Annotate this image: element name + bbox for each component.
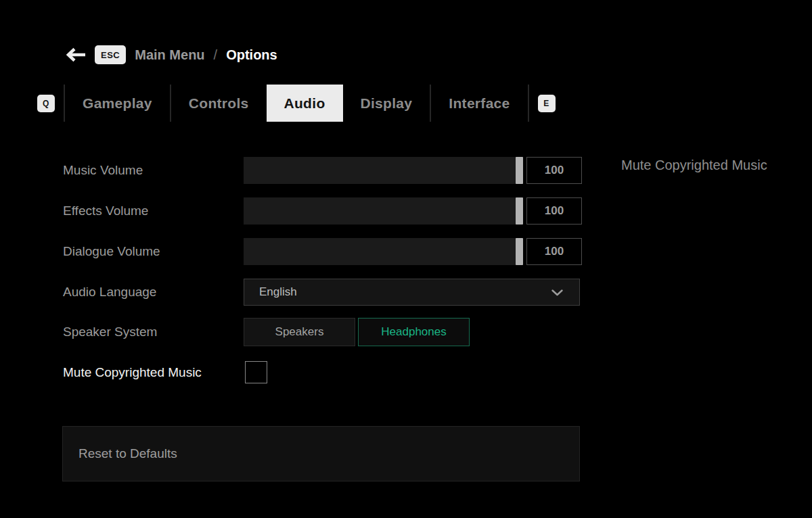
setting-label: Audio Language [63, 285, 244, 300]
tab-gameplay[interactable]: Gameplay [65, 85, 170, 122]
setting-row-dialogue-volume: Dialogue Volume 100 [63, 238, 582, 265]
music-volume-value: 100 [526, 157, 582, 184]
effects-volume-value: 100 [526, 197, 582, 225]
reset-to-defaults-button[interactable]: Reset to Defaults [62, 426, 580, 481]
dialogue-volume-value: 100 [526, 238, 582, 265]
slider-handle[interactable] [516, 157, 523, 184]
tab-display[interactable]: Display [343, 85, 430, 122]
setting-label: Music Volume [63, 163, 244, 178]
tab-controls[interactable]: Controls [171, 85, 267, 122]
arrow-left-icon [64, 47, 86, 62]
setting-row-music-volume: Music Volume 100 [63, 157, 582, 184]
setting-row-audio-language: Audio Language English [63, 279, 580, 306]
next-tab-key-badge[interactable]: E [538, 95, 556, 112]
breadcrumb-main-menu[interactable]: Main Menu [135, 47, 204, 63]
tab-divider [528, 85, 529, 122]
mute-copyrighted-music-checkbox[interactable] [245, 361, 267, 383]
speaker-system-toggle: Speakers Headphones [244, 318, 470, 346]
audio-language-select[interactable]: English [244, 279, 580, 306]
setting-row-mute-copyrighted-music: Mute Copyrighted Music [63, 361, 267, 383]
speakers-option-button[interactable]: Speakers [244, 318, 355, 346]
setting-label: Effects Volume [63, 204, 244, 218]
tab-interface[interactable]: Interface [431, 85, 527, 122]
setting-row-speaker-system: Speaker System Speakers Headphones [63, 318, 470, 346]
esc-key-badge[interactable]: ESC [95, 45, 126, 64]
slider-handle[interactable] [516, 197, 523, 225]
music-volume-slider[interactable] [244, 157, 523, 184]
audio-language-value: English [259, 285, 297, 299]
slider-handle[interactable] [516, 238, 523, 265]
dialogue-volume-slider[interactable] [244, 238, 523, 265]
tab-audio[interactable]: Audio [267, 85, 343, 122]
reset-to-defaults-label: Reset to Defaults [78, 446, 177, 461]
breadcrumb-separator: / [214, 47, 218, 63]
breadcrumb: ESC Main Menu / Options [64, 42, 277, 68]
prev-tab-key-badge[interactable]: Q [37, 95, 55, 112]
setting-row-effects-volume: Effects Volume 100 [63, 197, 582, 225]
options-tab-bar: Q Gameplay Controls Audio Display Interf… [37, 85, 556, 122]
setting-label: Speaker System [63, 325, 244, 339]
setting-label: Mute Copyrighted Music [63, 365, 245, 380]
effects-volume-slider[interactable] [244, 197, 523, 225]
setting-label: Dialogue Volume [63, 244, 244, 259]
back-button[interactable] [64, 47, 86, 62]
setting-description: Mute Copyrighted Music [621, 158, 767, 173]
headphones-option-button[interactable]: Headphones [358, 318, 470, 346]
page-title: Options [226, 47, 277, 63]
chevron-down-icon [551, 289, 563, 296]
